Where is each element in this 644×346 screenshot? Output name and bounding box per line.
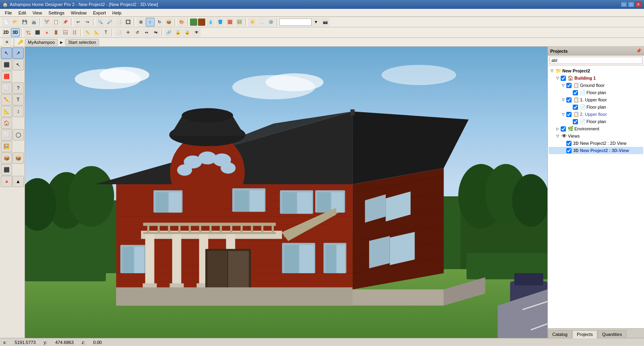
- menu-file[interactable]: File: [2, 10, 15, 16]
- view-dropdown-arrow[interactable]: ▼: [312, 18, 320, 27]
- tb-move-button[interactable]: ✛: [124, 28, 132, 37]
- tree-toggle-views[interactable]: ▽: [555, 134, 560, 138]
- tree-toggle-env[interactable]: ▷: [555, 126, 560, 131]
- tool-measure[interactable]: 📐: [1, 106, 12, 117]
- tb-ungroup-button[interactable]: 🔓: [173, 28, 182, 37]
- tree-toggle-uf2[interactable]: ▽: [561, 112, 566, 117]
- pin-icon[interactable]: 📌: [636, 48, 642, 54]
- undo-button[interactable]: ↩: [74, 18, 83, 27]
- tb-mirror-button[interactable]: ⇆: [151, 28, 160, 37]
- texture-button[interactable]: 🖼️: [235, 18, 244, 27]
- material-button[interactable]: 🧱: [225, 18, 234, 27]
- tree-check-uf2[interactable]: [566, 112, 572, 117]
- tree-views-item[interactable]: ▽ 👁️ Views: [549, 132, 643, 140]
- tool-pencil[interactable]: ✏️: [1, 94, 12, 105]
- menu-edit[interactable]: Edit: [15, 10, 29, 16]
- tool-floor-rect[interactable]: ⬛: [1, 164, 12, 175]
- view3d-button[interactable]: 📦: [164, 18, 173, 27]
- tb-3d-button[interactable]: 3D: [11, 28, 20, 37]
- tree-fp-upper2-item[interactable]: ▷ 📄 Floor plan: [549, 118, 643, 125]
- menu-view[interactable]: View: [29, 10, 45, 16]
- close-toolbar-button[interactable]: ✕: [2, 38, 11, 47]
- tool-roof[interactable]: 🔺: [1, 176, 12, 187]
- tree-check-fp-u1[interactable]: [573, 105, 578, 110]
- tree-check-fp-u2[interactable]: [573, 119, 578, 124]
- tb-lock-button[interactable]: 🔒: [183, 28, 192, 37]
- tool-box2[interactable]: 📦: [12, 152, 24, 164]
- tool-draw[interactable]: ⬜: [1, 82, 12, 94]
- tool-pointer[interactable]: ↖: [12, 59, 24, 70]
- open-button[interactable]: 📂: [11, 18, 20, 27]
- tab-quantities[interactable]: Quantities: [598, 330, 627, 338]
- tree-search-input[interactable]: [549, 57, 642, 64]
- save-button[interactable]: 💾: [20, 18, 29, 27]
- menu-window[interactable]: Window: [68, 10, 90, 16]
- myashampoo-button[interactable]: MyAshampoo: [25, 39, 58, 45]
- tab-projects[interactable]: Projects: [572, 330, 597, 338]
- tree-check-uf1[interactable]: [566, 97, 572, 103]
- tool-box[interactable]: 📦: [1, 152, 12, 164]
- minimize-button[interactable]: ─: [621, 2, 627, 7]
- tree-check-3d[interactable]: [566, 148, 572, 153]
- tree-view3d-item[interactable]: ▷ 3D New Project2 : 3D-View: [549, 147, 643, 154]
- new-button[interactable]: 📄: [2, 18, 10, 27]
- tool-house[interactable]: 🏠: [1, 117, 12, 129]
- rotate-button[interactable]: ↻: [155, 18, 164, 27]
- tree-view2d-item[interactable]: ▷ 2D New Project2 : 2D View: [549, 140, 643, 147]
- zoom-fit-button[interactable]: ⬜: [114, 18, 123, 27]
- tree-upperfloor1-item[interactable]: ▽ 📋 1. Upper floor: [549, 96, 643, 103]
- zoom-out-button[interactable]: 🔎: [105, 18, 114, 27]
- tb-measure-button[interactable]: 📏: [83, 28, 92, 37]
- tree-toggle-building[interactable]: ▽: [555, 76, 560, 80]
- restore-button[interactable]: □: [628, 2, 634, 7]
- close-button[interactable]: ✕: [635, 2, 642, 7]
- tool-select2[interactable]: ↗: [12, 47, 24, 59]
- tool-select[interactable]: ↖: [1, 47, 12, 59]
- color-green[interactable]: [190, 19, 197, 26]
- tb-floor-button[interactable]: ⬛: [33, 28, 42, 37]
- start-selection-button[interactable]: Start selection: [65, 39, 99, 45]
- tree-check-fp-g[interactable]: [573, 90, 578, 95]
- tree-check-building[interactable]: [561, 76, 566, 81]
- redo-button[interactable]: ↪: [83, 18, 92, 27]
- tb-scale-button[interactable]: ⇔: [142, 28, 151, 37]
- cut-button[interactable]: ✂️: [42, 18, 51, 27]
- tree-fp-ground-item[interactable]: ▷ 📄 Floor plan: [549, 89, 643, 96]
- menu-settings[interactable]: Settings: [45, 10, 68, 16]
- tb-2d-button[interactable]: 2D: [2, 28, 10, 37]
- tool-wall[interactable]: 🟥: [1, 71, 12, 82]
- sun-button[interactable]: ☀️: [248, 18, 257, 27]
- tab-catalog[interactable]: Catalog: [548, 330, 572, 338]
- tool-circle[interactable]: ◯: [12, 129, 24, 140]
- tree-check-env[interactable]: [561, 126, 566, 132]
- tree-check-2d[interactable]: [566, 141, 572, 146]
- menu-help[interactable]: Help: [109, 10, 125, 16]
- tool-text[interactable]: T: [12, 94, 24, 105]
- paste-button[interactable]: 📌: [61, 18, 70, 27]
- render-button[interactable]: 🎨: [177, 18, 186, 27]
- tree-fp-upper1-item[interactable]: ▷ 📄 Floor plan: [549, 103, 643, 111]
- move-button[interactable]: ↕: [146, 18, 155, 27]
- tb-group-button[interactable]: 🔗: [164, 28, 173, 37]
- camera-button[interactable]: 📷: [321, 18, 330, 27]
- tree-building-item[interactable]: ▽ 🏠 Building 1: [549, 74, 643, 82]
- tree-root-item[interactable]: ▽ 📁 New Project2: [549, 67, 643, 74]
- print-button[interactable]: 🖨️: [29, 18, 38, 27]
- tb-wall-button[interactable]: 🏗️: [24, 28, 33, 37]
- zoom-select-button[interactable]: 🔲: [124, 18, 132, 27]
- tree-toggle-gf[interactable]: ▽: [561, 83, 566, 88]
- tb-roof-button[interactable]: 🔺: [42, 28, 51, 37]
- projects-tree[interactable]: ▽ 📁 New Project2 ▽ 🏠 Building 1 ▽ 📋 Grou…: [548, 66, 644, 328]
- tool-move[interactable]: ⬛: [1, 59, 12, 70]
- tool-question[interactable]: ?: [12, 82, 24, 94]
- menu-export[interactable]: Export: [90, 10, 109, 16]
- cloud-button[interactable]: ☁️: [257, 18, 266, 27]
- tb-stairs-button[interactable]: 🪜: [70, 28, 79, 37]
- tree-toggle-root[interactable]: ▽: [549, 68, 554, 73]
- copy-button[interactable]: 📋: [52, 18, 60, 27]
- tree-upperfloor2-item[interactable]: ▽ 📋 2. Upper floor: [549, 111, 643, 118]
- settings-render-button[interactable]: ⚙️: [266, 18, 275, 27]
- tool-measure2[interactable]: ↕: [12, 106, 24, 117]
- tb-window-button[interactable]: 🪟: [61, 28, 70, 37]
- tb-select-button[interactable]: ⬜: [114, 28, 123, 37]
